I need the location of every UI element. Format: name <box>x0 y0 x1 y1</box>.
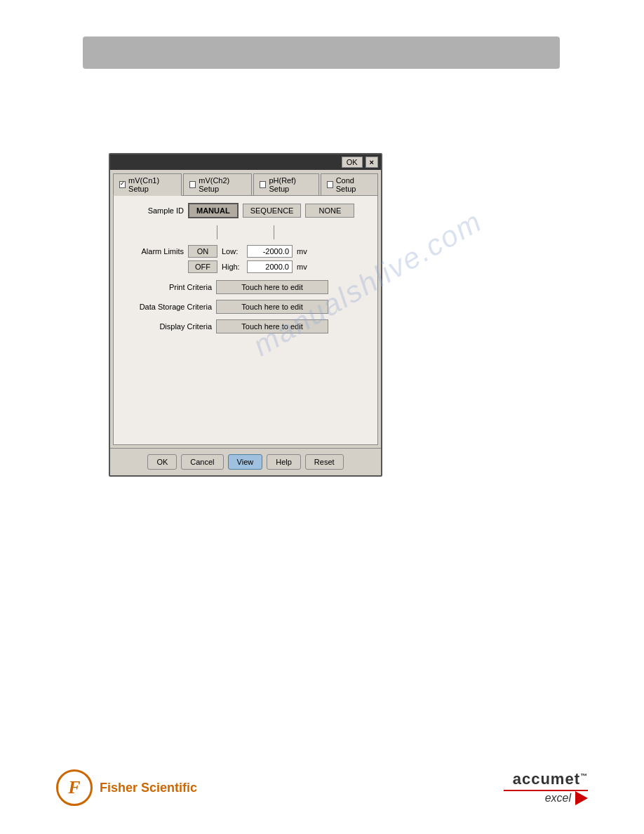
data-storage-criteria-button[interactable]: Touch here to edit <box>216 300 328 314</box>
content-spacer <box>121 339 370 437</box>
sample-id-label: Sample ID <box>121 206 184 215</box>
tab-checkbox-mv-ch1 <box>119 181 126 188</box>
bottom-buttons: OK Cancel View Help Reset <box>110 448 381 475</box>
display-criteria-button[interactable]: Touch here to edit <box>216 319 328 333</box>
view-button[interactable]: View <box>228 454 263 470</box>
fisher-circle-icon: F <box>56 769 93 806</box>
display-criteria-row: Display Criteria Touch here to edit <box>121 319 370 333</box>
criteria-section: Print Criteria Touch here to edit Data S… <box>121 280 370 333</box>
high-value-input[interactable] <box>247 260 293 273</box>
tabs-row: mV(Cn1) Setup mV(Ch2) Setup pH(Ref) Setu… <box>110 170 381 195</box>
manual-button[interactable]: MANUAL <box>188 203 239 218</box>
accumet-bottom: excel <box>504 791 588 805</box>
tab-label-cond: Cond Setup <box>336 176 372 193</box>
tab-ph-ref[interactable]: pH(Ref) Setup <box>253 173 318 195</box>
accumet-excel-text: excel <box>545 792 571 805</box>
print-criteria-button[interactable]: Touch here to edit <box>216 280 328 294</box>
high-label: High: <box>222 263 243 271</box>
footer: F Fisher Scientific accumet™ excel <box>0 769 644 806</box>
fisher-scientific-text: Fisher Scientific <box>100 781 197 795</box>
accumet-arrow-icon <box>575 791 588 805</box>
sequence-button[interactable]: SEQUENCE <box>243 204 302 218</box>
accumet-name: accumet™ <box>504 770 588 788</box>
low-unit: mv <box>297 247 311 256</box>
display-criteria-label: Display Criteria <box>121 322 212 331</box>
dialog-titlebar: OK × <box>110 154 381 170</box>
sample-id-row: Sample ID MANUAL SEQUENCE NONE <box>121 203 370 218</box>
none-button[interactable]: NONE <box>305 204 354 218</box>
dialog-content: Sample ID MANUAL SEQUENCE NONE Alarm Lim… <box>113 195 378 445</box>
alarm-limits-label: Alarm Limits <box>121 247 184 256</box>
tab-mv-ch2[interactable]: mV(Ch2) Setup <box>183 173 252 195</box>
divider-lines <box>121 225 370 239</box>
fisher-letter: F <box>68 777 80 798</box>
tab-label-mv-ch2: mV(Ch2) Setup <box>199 176 246 193</box>
tab-mv-ch1[interactable]: mV(Cn1) Setup <box>113 173 182 196</box>
titlebar-close-button[interactable]: × <box>365 157 378 168</box>
alarm-on-button[interactable]: ON <box>188 245 217 258</box>
fisher-logo: F Fisher Scientific <box>56 769 197 806</box>
ok-button[interactable]: OK <box>147 454 177 470</box>
tab-label-mv-ch1: mV(Cn1) Setup <box>128 176 175 193</box>
tab-cond[interactable]: Cond Setup <box>321 173 378 195</box>
high-unit: mv <box>297 263 311 271</box>
alarm-high-row: OFF High: mv <box>121 260 370 273</box>
divider-line-left <box>217 225 217 239</box>
divider-line-right <box>274 225 274 239</box>
low-value-input[interactable] <box>247 245 293 258</box>
tab-checkbox-mv-ch2 <box>189 181 196 188</box>
alarm-off-button[interactable]: OFF <box>188 260 217 273</box>
print-criteria-row: Print Criteria Touch here to edit <box>121 280 370 294</box>
low-label: Low: <box>222 247 243 256</box>
tab-label-ph-ref: pH(Ref) Setup <box>269 176 312 193</box>
help-button[interactable]: Help <box>267 454 301 470</box>
titlebar-ok-button[interactable]: OK <box>342 157 363 168</box>
data-storage-criteria-row: Data Storage Criteria Touch here to edit <box>121 300 370 314</box>
alarm-low-row: Alarm Limits ON Low: mv <box>121 245 370 258</box>
cancel-button[interactable]: Cancel <box>181 454 223 470</box>
top-bar <box>83 37 560 69</box>
tab-checkbox-cond <box>327 181 333 188</box>
tab-checkbox-ph-ref <box>260 181 266 188</box>
accumet-logo: accumet™ excel <box>504 770 588 805</box>
print-criteria-label: Print Criteria <box>121 283 212 291</box>
reset-button[interactable]: Reset <box>305 454 344 470</box>
setup-dialog: OK × mV(Cn1) Setup mV(Ch2) Setup pH(Ref)… <box>109 153 382 477</box>
data-storage-criteria-label: Data Storage Criteria <box>121 303 212 311</box>
